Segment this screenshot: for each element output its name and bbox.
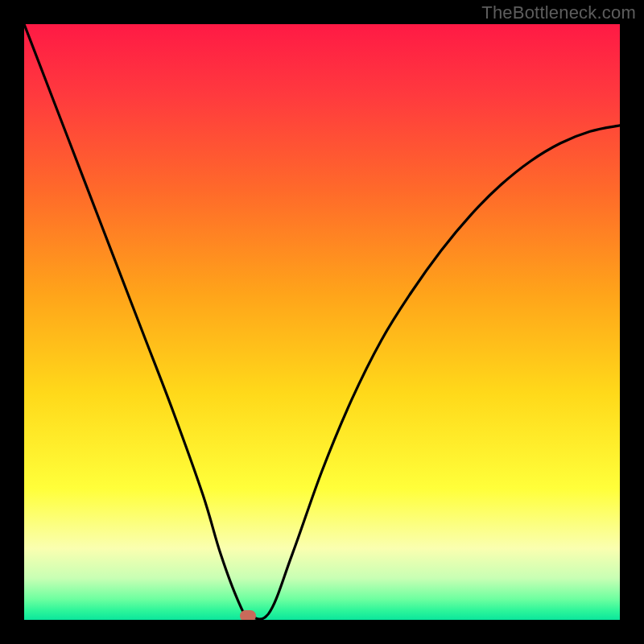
bottleneck-curve — [24, 24, 620, 620]
optimum-marker — [240, 610, 256, 620]
watermark-text: TheBottleneck.com — [481, 2, 636, 23]
chart-frame: TheBottleneck.com — [0, 0, 644, 644]
plot-area — [24, 24, 620, 620]
